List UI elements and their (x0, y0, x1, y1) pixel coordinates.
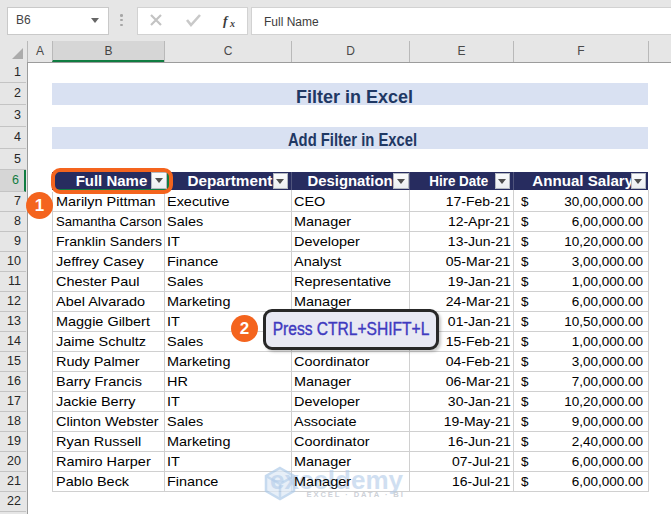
svg-text:f: f (223, 13, 229, 28)
svg-text:x: x (229, 18, 235, 29)
